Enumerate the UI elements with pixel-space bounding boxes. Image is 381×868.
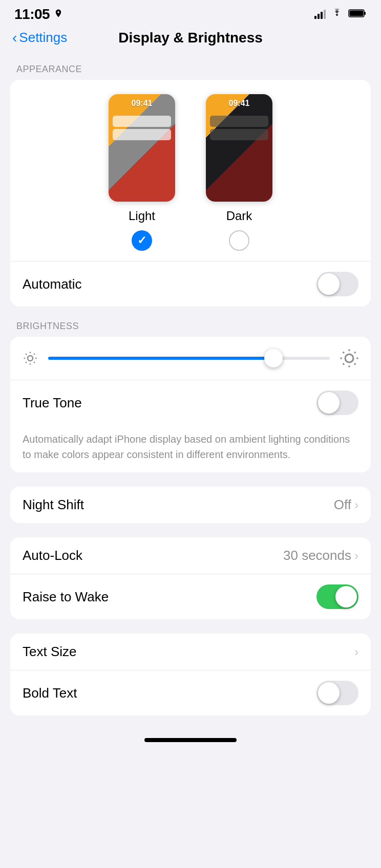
status-icons [314, 9, 367, 20]
true-tone-description: Automatically adapt iPhone display based… [10, 425, 371, 472]
dark-radio[interactable] [229, 230, 249, 251]
back-button[interactable]: ‹ Settings [12, 30, 67, 46]
appearance-section: APPEARANCE 09:41 Light ✓ [0, 64, 381, 307]
night-shift-label: Night Shift [23, 497, 84, 513]
dark-appearance-option[interactable]: 09:41 Dark [206, 94, 272, 251]
sun-large-icon [338, 347, 361, 370]
bold-text-row: Bold Text [10, 670, 371, 715]
night-shift-row[interactable]: Night Shift Off › [10, 487, 371, 523]
status-time: 11:05 [14, 6, 50, 23]
home-indicator [0, 730, 381, 752]
wifi-icon [331, 9, 343, 20]
light-phone-time: 09:41 [132, 99, 153, 108]
appearance-card: 09:41 Light ✓ 09:41 [10, 80, 371, 307]
appearance-section-label: APPEARANCE [0, 64, 381, 80]
slider-fill [48, 357, 273, 360]
brightness-section-label: BRIGHTNESS [0, 321, 381, 337]
light-notif-2 [113, 129, 171, 140]
text-size-value: › [354, 645, 358, 659]
checkmark-icon: ✓ [137, 234, 146, 247]
raise-to-wake-toggle-knob [335, 586, 357, 607]
text-size-label: Text Size [23, 644, 77, 660]
raise-to-wake-row: Raise to Wake [10, 574, 371, 619]
dark-phone-time: 09:41 [229, 99, 250, 108]
sun-small-icon [20, 349, 40, 368]
brightness-slider-row [10, 337, 371, 380]
svg-line-17 [343, 352, 344, 353]
page-title: Display & Brightness [118, 30, 263, 46]
brightness-card: True Tone Automatically adapt iPhone dis… [10, 337, 371, 472]
true-tone-toggle[interactable] [316, 390, 358, 415]
light-radio[interactable]: ✓ [132, 230, 152, 251]
light-notif-1 [113, 116, 171, 127]
auto-lock-row[interactable]: Auto-Lock 30 seconds › [10, 537, 371, 574]
brightness-section: BRIGHTNESS [0, 321, 381, 472]
text-size-row[interactable]: Text Size › [10, 634, 371, 670]
back-chevron-icon: ‹ [12, 31, 17, 45]
automatic-row: Automatic [10, 262, 371, 307]
appearance-thumbnails: 09:41 Light ✓ 09:41 [10, 80, 371, 262]
location-icon [54, 9, 63, 20]
battery-icon [348, 9, 367, 20]
true-tone-label: True Tone [23, 395, 82, 411]
svg-line-19 [354, 352, 355, 353]
text-section: Text Size › Bold Text [0, 634, 381, 715]
bold-text-label: Bold Text [23, 685, 77, 701]
lock-card: Auto-Lock 30 seconds › Raise to Wake [10, 537, 371, 619]
automatic-toggle[interactable] [316, 272, 358, 296]
night-shift-section: Night Shift Off › [0, 487, 381, 523]
automatic-label: Automatic [23, 276, 82, 292]
lock-section: Auto-Lock 30 seconds › Raise to Wake [0, 537, 381, 619]
svg-line-9 [34, 362, 35, 363]
signal-icon [314, 10, 326, 19]
svg-line-8 [26, 354, 27, 355]
bold-text-toggle[interactable] [316, 681, 358, 705]
svg-line-10 [34, 354, 35, 355]
light-appearance-option[interactable]: 09:41 Light ✓ [109, 94, 175, 251]
status-bar: 11:05 [0, 0, 381, 26]
dark-notif-1 [210, 116, 268, 127]
svg-point-12 [345, 354, 353, 362]
svg-line-11 [26, 362, 27, 363]
true-tone-row: True Tone [10, 380, 371, 425]
nav-bar: ‹ Settings Display & Brightness [0, 26, 381, 54]
brightness-slider[interactable] [48, 357, 330, 360]
light-phone-thumb: 09:41 [109, 94, 175, 202]
svg-line-20 [343, 363, 344, 364]
text-size-chevron: › [354, 645, 358, 659]
svg-point-3 [28, 356, 33, 361]
dark-label: Dark [226, 209, 252, 223]
raise-to-wake-toggle[interactable] [316, 584, 358, 609]
svg-line-18 [354, 363, 355, 364]
auto-lock-value: 30 seconds › [283, 548, 358, 563]
auto-lock-label: Auto-Lock [23, 548, 82, 563]
svg-rect-2 [350, 11, 364, 16]
night-shift-card: Night Shift Off › [10, 487, 371, 523]
dark-notif-2 [210, 129, 268, 140]
back-label: Settings [19, 30, 67, 46]
auto-lock-chevron: › [354, 549, 358, 563]
text-card: Text Size › Bold Text [10, 634, 371, 715]
light-label: Light [129, 209, 155, 223]
slider-thumb[interactable] [264, 349, 283, 367]
home-bar [144, 738, 237, 742]
automatic-toggle-knob [318, 273, 340, 295]
true-tone-toggle-knob [318, 392, 340, 414]
raise-to-wake-label: Raise to Wake [23, 589, 109, 605]
night-shift-value: Off › [334, 497, 358, 513]
dark-phone-thumb: 09:41 [206, 94, 272, 202]
bold-text-toggle-knob [318, 682, 340, 704]
night-shift-chevron: › [354, 498, 358, 512]
svg-rect-1 [364, 12, 366, 15]
